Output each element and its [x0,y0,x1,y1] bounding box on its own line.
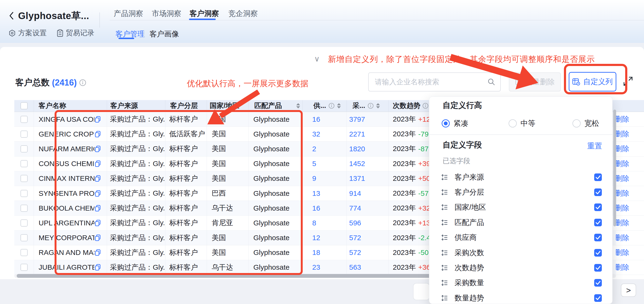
row-height-option-medium[interactable]: 中等 [508,117,535,130]
purchase-count-link[interactable]: 2271 [349,130,365,138]
purchase-count-link[interactable]: 774 [349,204,361,212]
next-page-button[interactable]: > [621,284,636,297]
select-all-checkbox[interactable] [20,102,28,109]
field-item[interactable]: 采购数量 [429,276,612,290]
tab-market-insight[interactable]: 市场洞察 [152,8,182,18]
field-checkbox-checked[interactable] [594,234,602,241]
supplier-count-link[interactable]: 9 [312,174,316,182]
back-icon[interactable] [8,10,15,21]
row-checkbox[interactable] [20,145,28,152]
row-checkbox[interactable] [20,249,28,256]
col-customer-name[interactable]: 客户名称 [34,100,107,112]
supplier-count-link[interactable]: 13 [312,190,320,198]
col-country[interactable]: 国家/地区 [207,100,248,112]
delete-link[interactable]: 删除 [616,174,629,184]
drag-handle-icon[interactable] [441,174,448,181]
field-item[interactable]: 数量趋势 [429,290,612,304]
drag-handle-icon[interactable] [441,204,448,211]
supplier-count-link[interactable]: 32 [312,130,320,138]
col-matched-product[interactable]: 匹配产品 [248,100,303,112]
purchase-count-link[interactable]: 596 [349,219,361,227]
field-checkbox-checked[interactable] [594,264,602,272]
scheme-settings-button[interactable]: 方案设置 [8,28,47,38]
delete-link[interactable]: 删除 [616,144,629,154]
radio-icon[interactable] [572,119,580,128]
field-item[interactable]: 供应商 [429,230,612,245]
search-input[interactable] [374,78,488,86]
search-icon[interactable] [488,78,496,86]
delete-link[interactable]: 删除 [616,203,629,213]
row-checkbox[interactable] [20,234,28,241]
row-checkbox[interactable] [20,220,28,226]
delete-link[interactable]: 删除 [616,114,629,124]
supplier-count-link[interactable]: 18 [312,248,320,256]
field-checkbox-checked[interactable] [594,219,602,226]
col-customer-source[interactable]: 客户来源 [107,100,166,112]
purchase-count-link[interactable]: 1820 [349,145,365,153]
sort-icon[interactable] [296,103,300,108]
delete-link[interactable]: 删除 [616,248,629,258]
supplier-count-link[interactable]: 2 [312,145,316,153]
radio-selected-icon[interactable] [442,119,450,128]
purchase-count-link[interactable]: 3797 [349,115,365,124]
pagination-fragment[interactable] [413,283,430,300]
drag-handle-icon[interactable] [441,219,448,226]
field-item[interactable]: 客户分层 [429,185,612,200]
delete-link[interactable]: 删除 [616,262,629,272]
col-customer-tier[interactable]: 客户分层 [166,100,207,112]
row-height-option-loose[interactable]: 宽松 [572,117,599,130]
vertical-scrollbar[interactable] [613,110,616,226]
tab-product-insight[interactable]: 产品洞察 [114,8,143,18]
drag-handle-icon[interactable] [441,188,448,196]
field-item[interactable]: 次数趋势 [429,260,612,275]
row-height-option-compact[interactable]: 紧凑 [442,117,468,130]
supplier-count-link[interactable]: 8 [312,219,316,227]
field-checkbox-checked[interactable] [594,279,602,286]
delete-link[interactable]: 删除 [616,233,629,243]
drag-handle-icon[interactable] [441,234,448,241]
radio-icon[interactable] [508,119,517,128]
field-checkbox-checked[interactable] [594,204,602,211]
field-item[interactable]: 匹配产品 [429,215,612,230]
purchase-count-link[interactable]: 1371 [349,174,365,182]
supplier-count-link[interactable]: 16 [312,204,320,212]
supplier-count-link[interactable]: 23 [312,263,320,271]
purchase-count-link[interactable]: 563 [349,263,361,271]
sort-icon[interactable] [376,103,380,108]
drag-handle-icon[interactable] [441,249,448,256]
field-checkbox-checked[interactable] [594,249,602,256]
drag-handle-icon[interactable] [441,279,448,286]
drag-handle-icon[interactable] [441,294,448,302]
info-icon[interactable] [368,103,374,109]
purchase-count-link[interactable]: 572 [349,248,361,256]
supplier-count-link[interactable]: 12 [312,234,320,242]
field-item[interactable]: 采购次数 [429,245,612,260]
info-icon[interactable] [79,79,86,86]
batch-delete-button[interactable]: 批量删除 [509,72,561,92]
info-icon[interactable] [328,103,335,109]
row-checkbox[interactable] [20,130,28,138]
tab-competitor-insight[interactable]: 竞企洞察 [228,8,258,18]
delete-link[interactable]: 删除 [616,129,629,139]
sort-icon[interactable] [337,103,341,108]
delete-link[interactable]: 删除 [616,159,629,169]
row-checkbox[interactable] [20,264,28,271]
delete-link[interactable]: 删除 [616,188,629,198]
subtab-customer-profile[interactable]: 客户画像 [150,29,179,39]
reset-link[interactable]: 重置 [587,141,602,151]
purchase-count-link[interactable]: 572 [349,234,361,242]
row-checkbox[interactable] [20,160,28,167]
row-checkbox[interactable] [20,175,28,182]
tab-customer-insight[interactable]: 客户洞察 [190,8,219,18]
col-suppliers[interactable]: 供... [303,100,347,112]
purchase-count-link[interactable]: 914 [349,190,361,198]
field-item[interactable]: 客户来源 [429,170,612,185]
company-search-box[interactable] [368,72,501,92]
row-checkbox[interactable] [20,205,28,212]
col-purchase-count[interactable]: 采... [347,100,388,112]
field-checkbox-checked[interactable] [594,188,602,196]
field-item[interactable]: 国家/地区 [429,200,612,215]
supplier-count-link[interactable]: 5 [312,160,316,168]
trade-records-button[interactable]: 贸易记录 [57,28,94,38]
notice-collapse-icon[interactable]: ∨ [314,54,320,63]
